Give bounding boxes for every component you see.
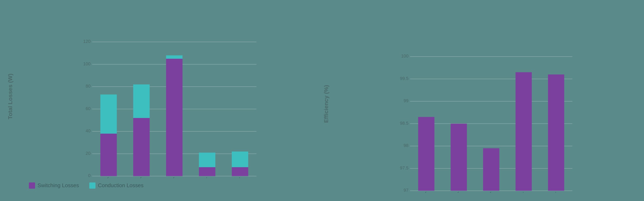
svg-rect-51 (548, 74, 564, 191)
svg-rect-26 (232, 167, 248, 176)
svg-rect-14 (100, 134, 117, 176)
legend-label-0: Switching Losses (38, 182, 79, 189)
svg-text:120: 120 (83, 39, 90, 44)
efficiency-grid-bars: 9797.59898.59999.510050 A IGBT75 A IGBT1… (345, 52, 628, 193)
losses-chart-area: Total Losses (W) 02040608010012050 A IGB… (12, 8, 316, 178)
losses-grid-bars: 02040608010012050 A IGBT75 A IGBT120 A I… (29, 38, 312, 178)
svg-rect-49 (516, 72, 532, 191)
svg-rect-15 (100, 94, 117, 134)
svg-text:50 A IGBT: 50 A IGBT (411, 191, 429, 193)
svg-text:75 A IGBT: 75 A IGBT (126, 176, 144, 178)
svg-text:75 A IGBT: 75 A IGBT (444, 191, 462, 193)
svg-rect-18 (133, 84, 150, 118)
svg-text:C3M0025065K: C3M0025065K (534, 191, 559, 193)
efficiency-chart-area: Efficiency (%) 9797.59898.59999.510050 A… (328, 8, 632, 193)
svg-rect-47 (483, 148, 499, 191)
svg-rect-21 (166, 56, 182, 59)
svg-text:98: 98 (404, 143, 408, 148)
svg-text:40: 40 (86, 128, 90, 134)
svg-rect-43 (418, 117, 434, 191)
efficiency-chart: Efficiency (%) 9797.59898.59999.510050 A… (328, 8, 632, 193)
legend-item-0: Switching Losses (29, 182, 79, 189)
legend-swatch-1 (89, 182, 96, 189)
svg-text:C4M0015065K: C4M0015065K (502, 191, 526, 193)
efficiency-y-axis-label: Efficiency (%) (323, 85, 330, 123)
svg-text:99: 99 (404, 98, 408, 103)
losses-y-axis-label: Total Losses (W) (7, 74, 14, 119)
losses-legend: Switching LossesConduction Losses (29, 182, 316, 193)
svg-text:100: 100 (83, 62, 90, 66)
svg-text:97.5: 97.5 (400, 166, 408, 170)
svg-text:98.5: 98.5 (400, 121, 408, 126)
svg-rect-20 (166, 59, 182, 176)
losses-chart: Total Losses (W) 02040608010012050 A IGB… (12, 8, 316, 193)
svg-rect-27 (232, 152, 248, 167)
svg-text:C4M0015065K: C4M0015065K (186, 176, 210, 178)
svg-text:120 A IGBT: 120 A IGBT (158, 176, 177, 178)
svg-rect-45 (450, 124, 467, 191)
svg-text:20: 20 (86, 151, 90, 156)
svg-text:60: 60 (86, 106, 90, 111)
svg-text:80: 80 (86, 84, 90, 89)
legend-label-1: Conduction Losses (98, 182, 144, 189)
svg-text:99.5: 99.5 (400, 76, 408, 81)
svg-rect-24 (199, 152, 216, 167)
legend-item-1: Conduction Losses (89, 182, 144, 189)
svg-text:120 A IGBT: 120 A IGBT (474, 191, 494, 193)
svg-text:100: 100 (401, 54, 408, 58)
svg-text:50 A IGBT: 50 A IGBT (94, 176, 111, 178)
svg-text:0: 0 (88, 173, 90, 178)
svg-rect-23 (199, 167, 216, 176)
svg-rect-17 (133, 118, 150, 176)
svg-text:C3M0025065K: C3M0025065K (218, 176, 243, 178)
svg-text:97: 97 (404, 188, 408, 193)
legend-swatch-0 (29, 182, 35, 189)
